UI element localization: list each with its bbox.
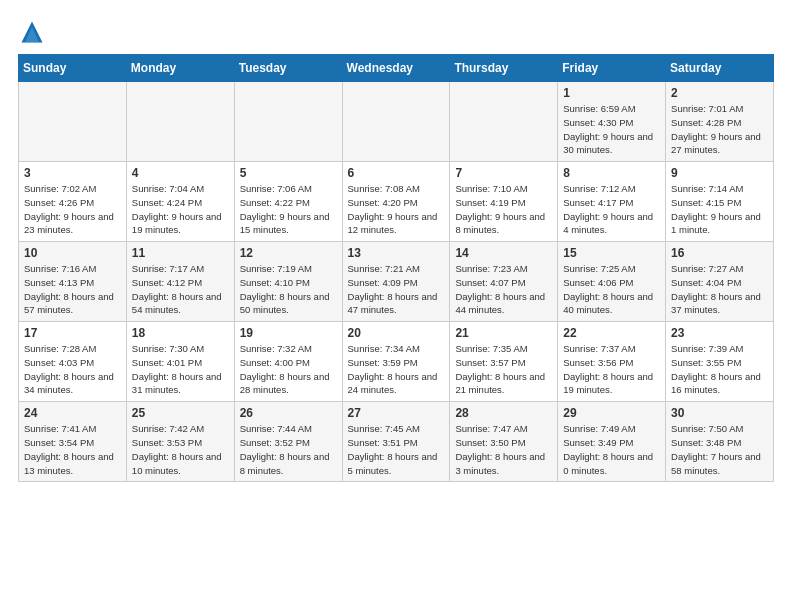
day-number: 1	[563, 86, 660, 100]
day-info: Sunrise: 7:04 AM Sunset: 4:24 PM Dayligh…	[132, 182, 229, 237]
day-info: Sunrise: 7:12 AM Sunset: 4:17 PM Dayligh…	[563, 182, 660, 237]
day-info: Sunrise: 7:45 AM Sunset: 3:51 PM Dayligh…	[348, 422, 445, 477]
day-cell	[342, 82, 450, 162]
day-header-thursday: Thursday	[450, 55, 558, 82]
day-info: Sunrise: 7:41 AM Sunset: 3:54 PM Dayligh…	[24, 422, 121, 477]
page: SundayMondayTuesdayWednesdayThursdayFrid…	[0, 0, 792, 492]
day-number: 18	[132, 326, 229, 340]
day-cell: 15Sunrise: 7:25 AM Sunset: 4:06 PM Dayli…	[558, 242, 666, 322]
day-info: Sunrise: 7:37 AM Sunset: 3:56 PM Dayligh…	[563, 342, 660, 397]
day-info: Sunrise: 7:06 AM Sunset: 4:22 PM Dayligh…	[240, 182, 337, 237]
day-cell: 28Sunrise: 7:47 AM Sunset: 3:50 PM Dayli…	[450, 402, 558, 482]
day-number: 4	[132, 166, 229, 180]
day-cell: 2Sunrise: 7:01 AM Sunset: 4:28 PM Daylig…	[666, 82, 774, 162]
day-info: Sunrise: 7:21 AM Sunset: 4:09 PM Dayligh…	[348, 262, 445, 317]
day-number: 17	[24, 326, 121, 340]
day-header-wednesday: Wednesday	[342, 55, 450, 82]
day-cell: 17Sunrise: 7:28 AM Sunset: 4:03 PM Dayli…	[19, 322, 127, 402]
day-cell: 9Sunrise: 7:14 AM Sunset: 4:15 PM Daylig…	[666, 162, 774, 242]
day-info: Sunrise: 7:10 AM Sunset: 4:19 PM Dayligh…	[455, 182, 552, 237]
day-info: Sunrise: 7:35 AM Sunset: 3:57 PM Dayligh…	[455, 342, 552, 397]
day-number: 24	[24, 406, 121, 420]
week-row-3: 10Sunrise: 7:16 AM Sunset: 4:13 PM Dayli…	[19, 242, 774, 322]
day-cell	[234, 82, 342, 162]
calendar-table: SundayMondayTuesdayWednesdayThursdayFrid…	[18, 54, 774, 482]
week-row-4: 17Sunrise: 7:28 AM Sunset: 4:03 PM Dayli…	[19, 322, 774, 402]
day-cell: 7Sunrise: 7:10 AM Sunset: 4:19 PM Daylig…	[450, 162, 558, 242]
day-number: 11	[132, 246, 229, 260]
day-cell: 3Sunrise: 7:02 AM Sunset: 4:26 PM Daylig…	[19, 162, 127, 242]
day-number: 10	[24, 246, 121, 260]
day-number: 30	[671, 406, 768, 420]
day-cell: 20Sunrise: 7:34 AM Sunset: 3:59 PM Dayli…	[342, 322, 450, 402]
day-info: Sunrise: 7:28 AM Sunset: 4:03 PM Dayligh…	[24, 342, 121, 397]
day-header-saturday: Saturday	[666, 55, 774, 82]
day-info: Sunrise: 7:39 AM Sunset: 3:55 PM Dayligh…	[671, 342, 768, 397]
day-header-friday: Friday	[558, 55, 666, 82]
week-row-5: 24Sunrise: 7:41 AM Sunset: 3:54 PM Dayli…	[19, 402, 774, 482]
day-number: 16	[671, 246, 768, 260]
day-cell	[450, 82, 558, 162]
day-cell	[19, 82, 127, 162]
day-number: 27	[348, 406, 445, 420]
day-cell: 16Sunrise: 7:27 AM Sunset: 4:04 PM Dayli…	[666, 242, 774, 322]
day-info: Sunrise: 7:47 AM Sunset: 3:50 PM Dayligh…	[455, 422, 552, 477]
day-number: 8	[563, 166, 660, 180]
day-number: 20	[348, 326, 445, 340]
day-info: Sunrise: 7:25 AM Sunset: 4:06 PM Dayligh…	[563, 262, 660, 317]
day-cell: 19Sunrise: 7:32 AM Sunset: 4:00 PM Dayli…	[234, 322, 342, 402]
day-info: Sunrise: 7:44 AM Sunset: 3:52 PM Dayligh…	[240, 422, 337, 477]
day-header-monday: Monday	[126, 55, 234, 82]
header-row: SundayMondayTuesdayWednesdayThursdayFrid…	[19, 55, 774, 82]
day-number: 14	[455, 246, 552, 260]
day-number: 28	[455, 406, 552, 420]
day-info: Sunrise: 7:23 AM Sunset: 4:07 PM Dayligh…	[455, 262, 552, 317]
day-number: 7	[455, 166, 552, 180]
day-number: 13	[348, 246, 445, 260]
day-info: Sunrise: 7:42 AM Sunset: 3:53 PM Dayligh…	[132, 422, 229, 477]
day-cell: 12Sunrise: 7:19 AM Sunset: 4:10 PM Dayli…	[234, 242, 342, 322]
day-number: 25	[132, 406, 229, 420]
day-header-tuesday: Tuesday	[234, 55, 342, 82]
day-cell: 25Sunrise: 7:42 AM Sunset: 3:53 PM Dayli…	[126, 402, 234, 482]
day-number: 19	[240, 326, 337, 340]
day-cell: 23Sunrise: 7:39 AM Sunset: 3:55 PM Dayli…	[666, 322, 774, 402]
day-info: Sunrise: 7:08 AM Sunset: 4:20 PM Dayligh…	[348, 182, 445, 237]
day-cell: 24Sunrise: 7:41 AM Sunset: 3:54 PM Dayli…	[19, 402, 127, 482]
day-number: 23	[671, 326, 768, 340]
day-header-sunday: Sunday	[19, 55, 127, 82]
day-info: Sunrise: 7:30 AM Sunset: 4:01 PM Dayligh…	[132, 342, 229, 397]
logo	[18, 18, 50, 46]
day-info: Sunrise: 7:02 AM Sunset: 4:26 PM Dayligh…	[24, 182, 121, 237]
day-cell: 11Sunrise: 7:17 AM Sunset: 4:12 PM Dayli…	[126, 242, 234, 322]
day-number: 9	[671, 166, 768, 180]
day-info: Sunrise: 7:49 AM Sunset: 3:49 PM Dayligh…	[563, 422, 660, 477]
day-cell: 14Sunrise: 7:23 AM Sunset: 4:07 PM Dayli…	[450, 242, 558, 322]
day-cell: 8Sunrise: 7:12 AM Sunset: 4:17 PM Daylig…	[558, 162, 666, 242]
day-cell: 4Sunrise: 7:04 AM Sunset: 4:24 PM Daylig…	[126, 162, 234, 242]
logo-icon	[18, 18, 46, 46]
day-cell: 6Sunrise: 7:08 AM Sunset: 4:20 PM Daylig…	[342, 162, 450, 242]
day-info: Sunrise: 7:27 AM Sunset: 4:04 PM Dayligh…	[671, 262, 768, 317]
day-number: 6	[348, 166, 445, 180]
week-row-1: 1Sunrise: 6:59 AM Sunset: 4:30 PM Daylig…	[19, 82, 774, 162]
day-number: 21	[455, 326, 552, 340]
day-info: Sunrise: 7:34 AM Sunset: 3:59 PM Dayligh…	[348, 342, 445, 397]
day-info: Sunrise: 6:59 AM Sunset: 4:30 PM Dayligh…	[563, 102, 660, 157]
header	[18, 18, 774, 46]
day-cell: 5Sunrise: 7:06 AM Sunset: 4:22 PM Daylig…	[234, 162, 342, 242]
day-info: Sunrise: 7:17 AM Sunset: 4:12 PM Dayligh…	[132, 262, 229, 317]
day-info: Sunrise: 7:32 AM Sunset: 4:00 PM Dayligh…	[240, 342, 337, 397]
day-info: Sunrise: 7:16 AM Sunset: 4:13 PM Dayligh…	[24, 262, 121, 317]
day-cell: 30Sunrise: 7:50 AM Sunset: 3:48 PM Dayli…	[666, 402, 774, 482]
day-number: 2	[671, 86, 768, 100]
day-number: 5	[240, 166, 337, 180]
day-number: 3	[24, 166, 121, 180]
day-cell: 26Sunrise: 7:44 AM Sunset: 3:52 PM Dayli…	[234, 402, 342, 482]
week-row-2: 3Sunrise: 7:02 AM Sunset: 4:26 PM Daylig…	[19, 162, 774, 242]
day-cell: 21Sunrise: 7:35 AM Sunset: 3:57 PM Dayli…	[450, 322, 558, 402]
day-number: 15	[563, 246, 660, 260]
day-cell: 1Sunrise: 6:59 AM Sunset: 4:30 PM Daylig…	[558, 82, 666, 162]
day-cell: 27Sunrise: 7:45 AM Sunset: 3:51 PM Dayli…	[342, 402, 450, 482]
day-cell: 13Sunrise: 7:21 AM Sunset: 4:09 PM Dayli…	[342, 242, 450, 322]
